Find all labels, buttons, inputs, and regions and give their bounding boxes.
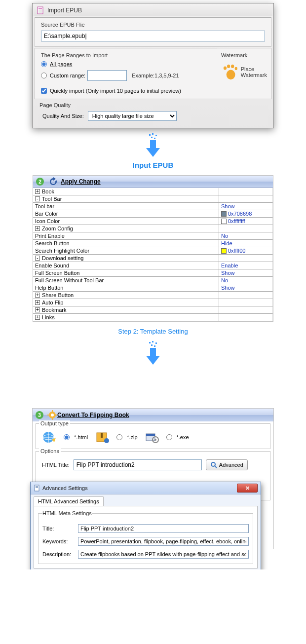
meta-keywords-input[interactable] [78,537,249,546]
output-exe-radio[interactable] [166,434,172,440]
advanced-titlebar: Advanced Settings ✕ [31,482,261,494]
tree-label: Bookmark [42,307,67,313]
caption-step2: Step 2: Template Setting [0,328,306,335]
example-text: Example:1,3,5,9-21 [132,73,179,78]
source-path-input[interactable] [41,31,265,41]
svg-rect-31 [101,433,103,438]
tree-row[interactable]: Icon Color0xffffffff [33,218,273,225]
close-button[interactable]: ✕ [237,484,258,492]
tree-label: Search Button [35,240,70,246]
svg-rect-41 [36,487,38,488]
svg-rect-8 [150,140,156,148]
tree-label: Bar Color [35,211,58,217]
color-swatch [221,211,227,217]
tree-label: Help Button [35,285,63,291]
output-html-radio[interactable] [64,434,70,440]
step-number-3: 3 [36,411,43,419]
svg-point-4 [224,66,227,70]
search-icon [210,461,217,468]
qas-label: Quality And Size: [42,113,84,119]
quality-select[interactable]: High quality large file size [88,111,177,121]
svg-rect-13 [151,137,153,138]
tree-label: Book [42,189,54,194]
color-swatch [221,219,227,224]
svg-rect-20 [151,344,153,346]
tree-row[interactable]: Tool barShow [33,203,273,210]
output-type-group: Output type *.html *.zip *.exe [36,423,270,449]
ranges-label: The Page Ranges to Import [41,52,211,58]
tree-row[interactable]: Enable SoundEnable [33,262,273,269]
all-pages-radio[interactable] [41,61,47,67]
tree-row[interactable]: -Download setting [33,255,273,262]
collapse-icon[interactable]: - [35,256,40,261]
svg-rect-2 [38,9,42,13]
tree-label: Links [42,314,55,320]
source-label: Source EPUB Flie [41,22,265,28]
tree-label: Zoom Config [42,226,73,231]
svg-point-37 [211,462,215,466]
meta-legend: HTML Meta Settings [42,510,92,516]
advanced-title: Advanced Settings [42,485,88,491]
expand-icon[interactable]: + [35,300,40,305]
svg-rect-1 [38,8,42,9]
tree-row[interactable]: Search ButtonHide [33,240,273,247]
svg-rect-10 [149,134,151,136]
expand-icon[interactable]: + [35,189,40,194]
watermark-group: Watermark Place Watermark [217,48,271,99]
svg-line-38 [215,466,217,468]
source-epub-group: Source EPUB Flie [35,17,271,47]
svg-rect-17 [149,342,151,343]
tree-row[interactable]: Search Highlight Color0xffff00 [33,247,273,255]
apply-change-title[interactable]: Apply Change [61,178,101,185]
expand-icon[interactable]: + [35,315,40,320]
tree-value: No [221,277,228,283]
expand-icon[interactable]: + [35,226,40,231]
tree-row[interactable]: Print EnableNo [33,232,273,240]
tree-row[interactable]: +Bookmark [33,306,273,314]
tree-row[interactable]: Help ButtonShow [33,284,273,292]
arrow-down-icon [143,341,163,367]
svg-point-23 [51,414,54,417]
tree-value: Show [221,203,235,209]
convert-dialog: 3 Convert To Flipping Book Output type *… [32,408,274,549]
expand-icon[interactable]: + [35,293,40,298]
custom-range-input[interactable] [87,70,127,81]
svg-rect-26 [47,415,49,416]
svg-point-7 [235,67,237,70]
tree-row[interactable]: Full Screen ButtonShow [33,269,273,277]
titlebar: Import EPUB [34,4,272,16]
tree-row[interactable]: +Book [33,188,273,195]
property-tree[interactable]: +Book-Tool BarTool barShowBar Color0x708… [33,188,273,321]
svg-marker-9 [146,148,160,157]
tree-row[interactable]: +Links [33,314,273,321]
tree-row[interactable]: +Auto Flip [33,299,273,306]
custom-range-radio[interactable] [41,73,47,78]
tab-html-advanced[interactable]: HTML Advanced Settings [34,496,104,506]
import-epub-dialog: Import EPUB Source EPUB Flie The Page Ra… [32,3,274,128]
tree-label: Enable Sound [35,263,69,268]
custom-range-label: Custom range: [50,73,85,78]
expand-icon[interactable]: + [35,307,40,312]
refresh-icon [49,177,58,186]
tree-row[interactable]: Full Screen Without Tool BarNo [33,277,273,284]
zip-icon [95,431,110,444]
meta-title-input[interactable] [78,524,249,533]
quick-import-check[interactable] [41,88,47,94]
meta-description-input[interactable] [78,550,249,559]
output-zip-radio[interactable] [116,434,122,440]
tree-row[interactable]: +Zoom Config [33,225,273,232]
apply-change-header: 2 Apply Change [33,176,273,188]
convert-title[interactable]: Convert To Flipping Book [57,412,129,418]
advanced-button[interactable]: Advanced [206,459,248,470]
tree-value: Show [221,285,235,291]
color-swatch [221,248,227,254]
exe-icon [145,431,159,444]
html-title-input[interactable] [74,459,202,470]
tree-row[interactable]: -Tool Bar [33,195,273,203]
tree-row[interactable]: Bar Color0x708698 [33,210,273,218]
svg-point-36 [154,439,156,441]
tree-label: Icon Color [35,218,60,224]
collapse-icon[interactable]: - [35,196,40,201]
tree-row[interactable]: +Share Button [33,292,273,299]
svg-rect-18 [152,341,153,342]
